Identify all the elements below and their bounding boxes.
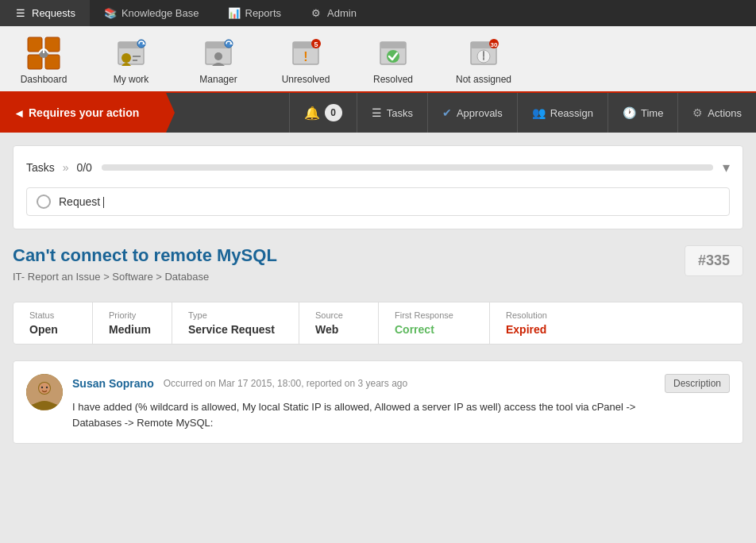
tasks-item[interactable]: ☰ Tasks xyxy=(357,93,427,133)
requires-action-arrow: ◂ xyxy=(16,106,22,121)
nav-admin-label: Admin xyxy=(327,7,357,19)
nav-unresolved[interactable]: ! 5 Unresolved xyxy=(262,31,349,91)
not-assigned-label: Not assigned xyxy=(456,74,511,85)
notification-count: 0 xyxy=(325,104,342,121)
svg-text:!: ! xyxy=(303,50,307,64)
tasks-progress-bar xyxy=(102,164,713,171)
source-value: Web xyxy=(315,323,362,336)
notifications-item[interactable]: 🔔 0 xyxy=(289,93,357,133)
actions-item[interactable]: ⚙ Actions xyxy=(677,93,756,133)
ticket-id-badge: #335 xyxy=(685,245,743,276)
svg-text:30: 30 xyxy=(491,41,498,48)
reassign-icon: 👥 xyxy=(532,106,546,119)
not-assigned-icon: 30 xyxy=(466,36,501,71)
priority-label: Priority xyxy=(109,310,156,320)
comment-text: I have added (% wildcard is allowed, My … xyxy=(72,399,730,430)
comment-meta: Occurred on Mar 17 2015, 18:00, reported… xyxy=(164,378,655,389)
manager-icon xyxy=(201,36,236,71)
status-bar: Status Open Priority Medium Type Service… xyxy=(13,302,743,345)
action-bar-items: 🔔 0 ☰ Tasks ✔ Approvals 👥 Reassign 🕐 Tim… xyxy=(175,93,756,133)
requires-action-button[interactable]: ◂ Requires your action xyxy=(0,93,175,133)
svg-rect-1 xyxy=(45,37,60,52)
nav-item-admin[interactable]: ⚙ Admin xyxy=(295,0,371,26)
nav-requests-label: Requests xyxy=(32,7,75,19)
ticket-id: #335 xyxy=(698,252,730,268)
source-label: Source xyxy=(315,310,362,320)
time-icon: 🕐 xyxy=(623,106,636,119)
reports-icon: 📊 xyxy=(228,7,241,20)
task-input-text: Request xyxy=(59,195,104,208)
manager-label: Manager xyxy=(199,74,237,85)
reassign-item[interactable]: 👥 Reassign xyxy=(517,93,608,133)
nav-knowledge-base-label: Knowledge Base xyxy=(122,7,199,19)
bell-icon: 🔔 xyxy=(304,106,320,121)
tasks-title: Tasks » 0/0 xyxy=(26,161,92,174)
priority-value: Medium xyxy=(109,323,156,336)
status-value: Open xyxy=(29,323,76,336)
comment-body: Susan Soprano Occurred on Mar 17 2015, 1… xyxy=(72,374,730,430)
svg-point-35 xyxy=(46,387,48,388)
nav-not-assigned[interactable]: 30 Not assigned xyxy=(437,31,530,91)
nav-manager[interactable]: Manager xyxy=(175,31,262,91)
nav-resolved[interactable]: Resolved xyxy=(349,31,437,91)
time-item[interactable]: 🕐 Time xyxy=(608,93,677,133)
dashboard-icon xyxy=(26,36,61,71)
tasks-icon: ☰ xyxy=(372,106,382,119)
status-item-first-response: First Response Correct xyxy=(379,302,490,344)
status-item-priority: Priority Medium xyxy=(93,302,172,344)
svg-point-8 xyxy=(122,53,131,63)
status-item-status: Status Open xyxy=(14,302,93,344)
svg-rect-3 xyxy=(45,55,60,69)
first-response-value: Correct xyxy=(395,323,473,336)
approvals-icon: ✔ xyxy=(442,106,452,119)
admin-icon: ⚙ xyxy=(310,7,322,20)
actions-label: Actions xyxy=(708,107,742,119)
approvals-item[interactable]: ✔ Approvals xyxy=(427,93,517,133)
time-label: Time xyxy=(641,107,663,119)
icon-nav: Dashboard My work xyxy=(0,26,756,93)
my-work-icon xyxy=(114,36,148,71)
resolved-label: Resolved xyxy=(373,74,413,85)
avatar xyxy=(26,374,63,410)
nav-reports-label: Reports xyxy=(245,7,282,19)
svg-rect-24 xyxy=(380,42,406,48)
status-label: Status xyxy=(29,310,76,320)
resolution-label: Resolution xyxy=(506,310,554,320)
nav-item-reports[interactable]: 📊 Reports xyxy=(214,0,296,26)
description-button[interactable]: Description xyxy=(665,374,730,393)
my-work-label: My work xyxy=(114,74,149,85)
svg-text:5: 5 xyxy=(314,40,318,48)
requires-action-label: Requires your action xyxy=(29,106,139,119)
nav-dashboard[interactable]: Dashboard xyxy=(0,31,87,91)
svg-point-34 xyxy=(41,387,43,388)
svg-rect-0 xyxy=(28,37,42,52)
main-content: Tasks » 0/0 Request #335 Can't connect t… xyxy=(0,133,756,456)
action-bar: ◂ Requires your action 🔔 0 ☰ Tasks ✔ App… xyxy=(0,93,756,133)
nav-item-knowledge-base[interactable]: 📚 Knowledge Base xyxy=(90,0,214,26)
tasks-collapse-button[interactable] xyxy=(723,159,730,176)
unresolved-icon: ! 5 xyxy=(288,36,323,71)
task-radio[interactable] xyxy=(37,194,51,209)
first-response-label: First Response xyxy=(395,310,473,320)
dashboard-label: Dashboard xyxy=(21,74,68,85)
ticket-title: Can't connect to remote MySQL xyxy=(13,245,743,266)
nav-my-work[interactable]: My work xyxy=(87,31,175,91)
svg-point-15 xyxy=(214,52,222,60)
svg-rect-2 xyxy=(28,55,42,69)
comment-section: Susan Soprano Occurred on Mar 17 2015, 1… xyxy=(13,360,743,444)
ticket-section: #335 Can't connect to remote MySQL IT- R… xyxy=(13,245,743,444)
tasks-header: Tasks » 0/0 xyxy=(26,159,730,176)
type-label: Type xyxy=(188,310,283,320)
requests-icon: ☰ xyxy=(14,7,27,20)
comment-author: Susan Soprano xyxy=(72,377,154,390)
top-nav: ☰ Requests 📚 Knowledge Base 📊 Reports ⚙ … xyxy=(0,0,756,26)
comment-header: Susan Soprano Occurred on Mar 17 2015, 1… xyxy=(72,374,730,393)
ticket-breadcrumb: IT- Report an Issue > Software > Databas… xyxy=(13,271,743,283)
task-input-row[interactable]: Request xyxy=(26,187,730,216)
approvals-label: Approvals xyxy=(457,107,503,119)
tasks-box: Tasks » 0/0 Request xyxy=(13,145,743,229)
type-value: Service Request xyxy=(188,323,283,336)
tasks-label: Tasks xyxy=(387,107,413,119)
nav-item-requests[interactable]: ☰ Requests xyxy=(0,0,90,26)
resolved-icon xyxy=(376,36,411,71)
